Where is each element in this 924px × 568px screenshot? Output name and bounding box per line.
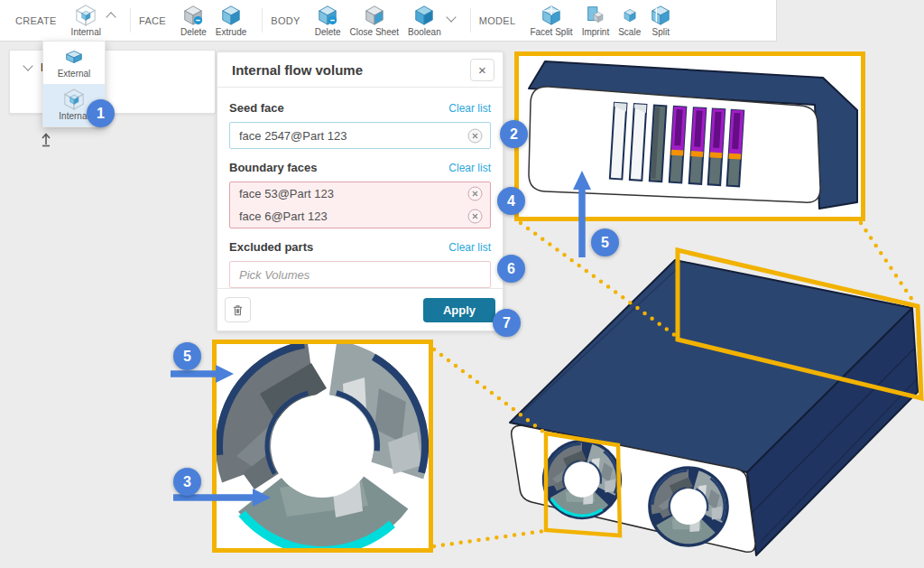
remove-icon[interactable] — [467, 209, 483, 224]
face-delete-icon — [182, 5, 204, 26]
vent-slots — [610, 103, 744, 187]
callout-1: 1 — [87, 99, 115, 127]
toolbar-group-create: CREATE Internal — [7, 0, 131, 41]
toolbar-button-face-extrude[interactable]: Extrude — [216, 5, 246, 37]
app-canvas: CREATE Internal FACE Delete — [0, 0, 924, 568]
seed-face-clear-link[interactable]: Clear list — [448, 102, 491, 115]
callout-5-left: 5 — [173, 342, 201, 370]
callout-4: 4 — [497, 187, 525, 215]
toolbar-button-body-delete[interactable]: Delete — [315, 5, 341, 37]
toolbar-button-facet-split[interactable]: Facet Split — [530, 5, 572, 37]
body-close-sheet-icon — [364, 5, 385, 26]
excluded-parts-picker[interactable] — [229, 261, 491, 288]
internal-flow-volume-dialog: Internal flow volume × Seed face Clear l… — [217, 51, 504, 331]
toolbar-button-imprint[interactable]: Imprint — [582, 5, 610, 37]
fan-highlight-frame — [546, 433, 620, 535]
toolbar-button-internal[interactable]: Internal — [71, 5, 115, 37]
model-facet-split-icon — [541, 5, 562, 26]
dropdown-option-external[interactable]: External — [43, 42, 105, 84]
callout-3: 3 — [173, 468, 201, 496]
group-label-body: BODY — [271, 15, 300, 26]
toolbar-button-split[interactable]: Split — [650, 5, 671, 37]
seed-face-picker[interactable]: face 2547@Part 123 — [229, 122, 491, 149]
body-delete-icon — [317, 5, 338, 26]
dialog-header: Internal flow volume × — [217, 52, 503, 88]
group-label-create: CREATE — [15, 15, 57, 26]
external-volume-icon — [63, 46, 85, 68]
excluded-parts-label: Excluded parts — [229, 240, 313, 254]
excluded-parts-clear-link[interactable]: Clear list — [448, 241, 491, 254]
boundary-faces-picker[interactable]: face 53@Part 123 face 6@Part 123 — [229, 182, 491, 228]
face-extrude-icon — [220, 5, 242, 26]
toolbar-button-label: Internal — [71, 27, 101, 37]
boundary-faces-clear-link[interactable]: Clear list — [448, 162, 491, 174]
toolbar-button-scale[interactable]: Scale — [618, 5, 641, 37]
upload-icon — [37, 130, 55, 148]
model-scale-icon — [619, 5, 641, 26]
top-face-highlight-frame — [678, 250, 921, 398]
internal-volume-icon — [63, 88, 85, 110]
front-fan-right — [642, 461, 734, 552]
toolbar-button-face-delete[interactable]: Delete — [180, 5, 207, 37]
list-item: face 2547@Part 123 — [230, 123, 490, 148]
close-icon: × — [478, 62, 486, 78]
group-label-face: FACE — [139, 15, 166, 26]
toolbar-button-close-sheet[interactable]: Close Sheet — [350, 5, 399, 37]
enclosure-front-face — [512, 425, 755, 552]
chevron-up-icon — [106, 12, 116, 22]
model-split-icon — [650, 5, 671, 26]
callout-5-top: 5 — [591, 228, 619, 256]
close-button[interactable]: × — [470, 59, 494, 81]
dialog-footer: Apply — [217, 288, 503, 331]
top-toolbar: CREATE Internal FACE Delete — [0, 0, 777, 42]
toolbar-group-body: BODY Delete Close Sheet Boolean — [263, 0, 470, 41]
dialog-title: Internal flow volume — [232, 62, 363, 78]
remove-icon[interactable] — [467, 128, 483, 144]
boundary-faces-label: Boundary faces — [229, 161, 318, 174]
rear-slots-inset — [517, 54, 864, 219]
callout-2: 2 — [500, 120, 528, 148]
front-fan-left — [537, 434, 627, 525]
callout-7: 7 — [493, 309, 521, 337]
list-item: face 6@Part 123 — [230, 205, 490, 228]
fan-zoom-inset — [215, 340, 431, 553]
chevron-down-icon — [446, 12, 456, 22]
toolbar-group-face: FACE Delete Extrude — [131, 0, 263, 41]
seed-face-label: Seed face — [229, 101, 284, 115]
internal-volume-icon — [75, 5, 97, 26]
apply-button[interactable]: Apply — [423, 298, 495, 322]
list-item: face 53@Part 123 — [230, 182, 490, 205]
toolbar-group-model: MODEL Facet Split Imprint Scale — [471, 0, 688, 41]
body-boolean-icon — [413, 5, 435, 26]
toolbar-button-boolean[interactable]: Boolean — [408, 5, 455, 37]
chevron-down-icon[interactable] — [23, 61, 32, 70]
remove-icon[interactable] — [467, 186, 483, 201]
history-panel: HIS — [9, 50, 216, 114]
enclosure-3d-model — [510, 260, 918, 555]
excluded-parts-input[interactable] — [230, 262, 490, 287]
upload-button[interactable] — [37, 130, 55, 148]
delete-operation-button[interactable] — [225, 297, 251, 322]
model-imprint-icon — [585, 5, 606, 26]
callout-6: 6 — [497, 255, 525, 283]
arrow-up-icon — [573, 171, 591, 257]
trash-icon — [231, 303, 245, 317]
group-label-model: MODEL — [479, 15, 516, 26]
